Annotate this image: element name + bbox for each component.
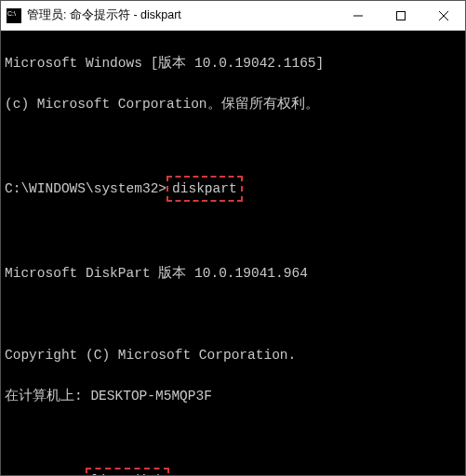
- output-line: (c) Microsoft Corporation。保留所有权利。: [5, 94, 461, 114]
- highlight-box: list disk: [86, 468, 169, 475]
- blank-line: [5, 135, 461, 155]
- command-line: DISKPART> list disk: [5, 468, 461, 475]
- blank-line: [5, 222, 461, 243]
- maximize-button[interactable]: [379, 1, 422, 30]
- minimize-button[interactable]: [337, 1, 379, 30]
- output-line: Microsoft DiskPart 版本 10.0.19041.964: [5, 263, 461, 284]
- blank-line: [5, 304, 461, 324]
- cmd-icon: [7, 8, 21, 23]
- titlebar[interactable]: 管理员: 命令提示符 - diskpart: [1, 1, 465, 31]
- svg-rect-1: [397, 11, 406, 20]
- cmd-window: 管理员: 命令提示符 - diskpart Microsoft Windows …: [0, 0, 466, 476]
- window-title: 管理员: 命令提示符 - diskpart: [27, 7, 337, 23]
- prompt: DISKPART>: [5, 473, 86, 475]
- output-line: Copyright (C) Microsoft Corporation.: [5, 345, 461, 365]
- prompt: C:\WINDOWS\system32>: [5, 181, 166, 196]
- output-line: Microsoft Windows [版本 10.0.19042.1165]: [5, 53, 461, 73]
- terminal-area[interactable]: Microsoft Windows [版本 10.0.19042.1165] (…: [1, 31, 465, 475]
- close-button[interactable]: [422, 1, 465, 30]
- command-line: C:\WINDOWS\system32>diskpart: [5, 176, 461, 202]
- output-line: 在计算机上: DESKTOP-M5MQP3F: [5, 386, 461, 406]
- window-controls: [337, 1, 465, 30]
- blank-line: [5, 427, 461, 447]
- highlight-box: diskpart: [166, 176, 243, 202]
